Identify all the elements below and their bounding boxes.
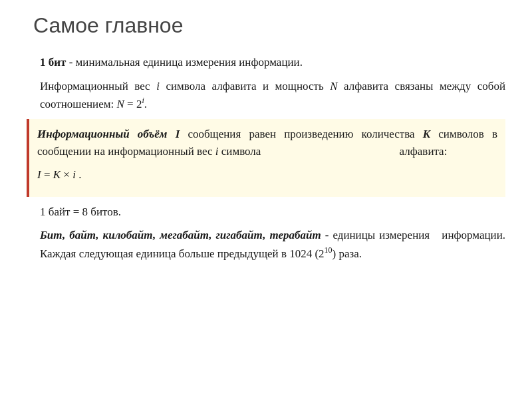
p3-text1: сообщения равен произведению количества (188, 128, 422, 140)
p6-sup: 10 (325, 245, 332, 255)
p2-text1: Информационный вес (40, 80, 156, 92)
bit-term: 1 бит (40, 56, 66, 68)
highlighted-block: Информационный объём I сообщения равен п… (27, 119, 505, 197)
p3-i2: i (215, 145, 219, 158)
page: Самое главное 1 бит - минимальная единиц… (0, 0, 532, 399)
page-title: Самое главное (33, 13, 505, 38)
p2-eq: = 2 (124, 98, 142, 110)
formula-K: K (53, 168, 61, 181)
formula-times: × (63, 168, 72, 181)
p6-text2: ) раза. (332, 247, 362, 259)
paragraph-4-formula: I = K × i . (37, 166, 497, 184)
p2-dot: . (144, 98, 147, 110)
p3-term: Информационный объём (37, 128, 168, 140)
p3-text3: символа алфавита: (221, 145, 448, 158)
p3-k: K (423, 128, 430, 140)
paragraph-6: Бит, байт, килобайт, мегабайт, гигабайт,… (40, 227, 505, 262)
formula-I: I (37, 168, 41, 181)
p6-units: Бит, байт, килобайт, мегабайт, гигабайт,… (40, 229, 321, 241)
p3-i: I (176, 128, 180, 140)
p2-formula: N (116, 98, 124, 110)
paragraph-2: Информационный вес i символа алфавита и … (40, 78, 505, 113)
p5-text: 1 байт = 8 битов. (40, 205, 121, 218)
paragraph-1: 1 бит - минимальная единица измерения ин… (40, 54, 505, 71)
formula-dot: . (78, 168, 81, 181)
p2-n: N (330, 80, 337, 92)
formula-i: i (72, 168, 76, 181)
formula-eq: = (44, 168, 53, 181)
paragraph-5: 1 байт = 8 битов. (40, 203, 505, 221)
p2-text2: символа алфавита и мощность (160, 80, 330, 92)
paragraph-3: Информационный объём I сообщения равен п… (37, 126, 497, 160)
content-area: 1 бит - минимальная единица измерения ин… (27, 54, 505, 262)
paragraph-1-text: - минимальная единица измерения информац… (69, 56, 303, 68)
